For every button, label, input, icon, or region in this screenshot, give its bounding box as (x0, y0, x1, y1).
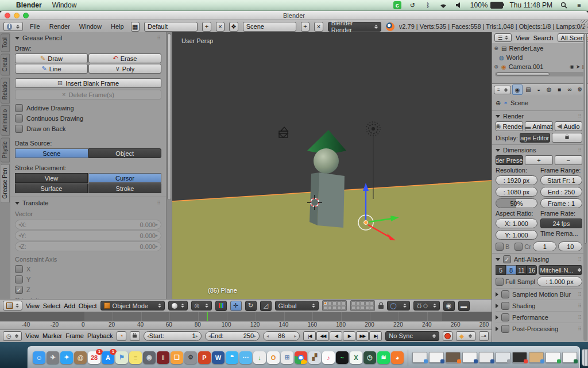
properties-tab[interactable]: ◍ (544, 85, 554, 94)
dock-app-icon[interactable]: ✈ (47, 351, 59, 364)
vector-field[interactable]: ◂Z:0.000▸ (15, 241, 161, 251)
aa-sample-option[interactable]: 5 (496, 265, 506, 275)
dock-app-icon[interactable]: ≋ (377, 351, 390, 364)
preview-range-button[interactable]: ◔ (117, 331, 127, 341)
wifi-icon[interactable] (439, 2, 448, 9)
properties-tab[interactable]: ∞ (565, 85, 574, 94)
dock-app-icon[interactable]: A1 (102, 351, 114, 364)
layers-grid-2[interactable] (350, 300, 375, 311)
checkbox[interactable] (15, 104, 23, 112)
axis-checkbox[interactable] (15, 265, 23, 273)
vector-field[interactable]: ◂X:0.000▸ (15, 220, 161, 229)
timeline-marker-menu[interactable]: Marker (42, 332, 62, 339)
current-frame-field[interactable]: ◂86▸ (263, 331, 300, 341)
rotate-manipulator-button[interactable]: ↻ (245, 301, 257, 311)
minimized-window-thumbnail[interactable] (479, 352, 494, 363)
minimized-window-thumbnail[interactable] (562, 352, 577, 363)
poly-button[interactable]: ∨Poly (88, 64, 161, 74)
green-app-menu-icon[interactable]: c (393, 1, 401, 9)
scene-browse-icon[interactable]: ❖ (229, 22, 238, 32)
end-frame-field[interactable]: ◂End:250▸ (205, 331, 260, 341)
aa-sample-option[interactable]: 8 (506, 265, 516, 275)
minimized-window-thumbnail[interactable] (462, 352, 477, 363)
border-checkbox[interactable] (496, 243, 504, 251)
panel-checkbox[interactable] (501, 313, 509, 321)
app-menu[interactable]: Blender (16, 1, 42, 9)
panel-drag-dots[interactable]: ⠿ (157, 35, 161, 41)
notification-center-icon[interactable]: ≡ (575, 2, 583, 9)
dock-app-icon[interactable]: ≡ (129, 351, 142, 364)
erase-button[interactable]: ↶Erase (88, 53, 161, 63)
tool-shelf-tab[interactable]: Creat (1, 53, 10, 75)
viewport-shading-dropdown[interactable] (168, 301, 188, 310)
render-presets-dropdown[interactable]: Render Presets (496, 155, 523, 165)
stroke-placement-option[interactable]: Cursor (88, 173, 161, 183)
scene-selector[interactable]: Scene (243, 22, 296, 32)
dock-app-icon[interactable]: ⋯ (239, 351, 252, 364)
snap-dropdown[interactable]: Ω◇ (413, 301, 440, 310)
visibility-eye-icon[interactable]: ◉ (570, 64, 574, 70)
tool-shelf-tab[interactable]: Grease Pen (1, 164, 10, 202)
pivot-center-dropdown[interactable]: ◎ (191, 301, 212, 310)
pin-icon[interactable]: ⊕ (496, 99, 501, 107)
axis-checkbox[interactable] (15, 275, 23, 283)
checkbox[interactable] (15, 125, 23, 133)
outliner-editor-type-dropdown[interactable]: ☰ (494, 33, 512, 42)
time-machine-icon[interactable]: ↺ (408, 2, 417, 9)
dock-app-icon[interactable]: @ (74, 351, 87, 364)
antialiasing-checkbox[interactable] (503, 255, 511, 263)
tool-shelf-tab[interactable]: Tool (1, 33, 10, 52)
dock-app-icon[interactable]: ⚙ (184, 351, 197, 364)
render-audio-button[interactable]: ◀Audio (555, 121, 582, 131)
end-frame-field-props[interactable]: End : 250 (540, 187, 582, 197)
dock-app-icon[interactable]: ↓ (253, 351, 266, 364)
aa-sample-option[interactable]: 11 (516, 265, 527, 275)
window-menu[interactable]: Window (52, 1, 77, 9)
expand-icon[interactable]: ⊕ (493, 45, 499, 51)
help-menu[interactable]: Help (109, 23, 126, 30)
collapsed-panel-header[interactable]: Sampled Motion Blur ⠿ (496, 288, 582, 300)
full-sample-checkbox[interactable] (496, 278, 504, 286)
layers-grid-1[interactable] (322, 300, 347, 311)
render-animation-button[interactable]: ▬Animati (525, 121, 552, 131)
dock-app-icon[interactable]: ♪ (322, 351, 335, 364)
dimensions-panel-header[interactable]: Dimensions⠿ (496, 147, 582, 154)
panel-drag-dots[interactable]: ⠿ (157, 200, 161, 206)
checkbox[interactable] (15, 114, 23, 122)
minimized-window-thumbnail[interactable] (496, 352, 510, 363)
render-menu[interactable]: Render (47, 23, 72, 30)
render-button[interactable]: ◉Render (496, 121, 523, 131)
vector-field[interactable]: ◂Y:0.000▸ (15, 231, 161, 240)
manipulator-toggle[interactable] (215, 301, 227, 311)
opengl-render-anim-button[interactable]: ▬ (458, 301, 470, 311)
dock-app-icon[interactable]: ‖ (157, 351, 169, 364)
outliner-item-renderlayer[interactable]: ⊕ ▤ RenderLaye (493, 44, 587, 53)
resolution-x-field[interactable]: : 1920 px (496, 175, 537, 185)
selectable-arrow-icon[interactable]: ➤ (576, 64, 581, 70)
minimized-window-thumbnail[interactable] (529, 352, 544, 363)
auto-keyframe-button[interactable] (443, 331, 453, 341)
properties-editor-type-dropdown[interactable]: ≡ (494, 86, 511, 94)
panel-checkbox[interactable] (501, 325, 509, 333)
dock-app-icon[interactable]: ◉ (143, 351, 156, 364)
dock-app-icon[interactable]: ◉ (295, 351, 307, 364)
stroke-placement-option[interactable]: Stroke (88, 183, 161, 193)
timeline-playback-menu[interactable]: Playback (87, 332, 113, 339)
transform-orientation-dropdown[interactable]: Global (275, 301, 319, 310)
collapsed-panel-header[interactable]: Shading ⠿ (496, 300, 582, 311)
mode-dropdown[interactable]: Object Mode (100, 301, 165, 310)
minimized-window-thumbnail[interactable] (546, 352, 560, 363)
render-engine-selector[interactable]: Blender Render (328, 22, 381, 32)
stroke-placement-option[interactable]: Surface (15, 183, 88, 193)
volume-icon[interactable] (455, 2, 463, 9)
outliner-horizontal-scrollbar[interactable] (495, 72, 585, 76)
box-object[interactable] (318, 172, 345, 228)
stroke-placement-option[interactable]: View (15, 173, 88, 183)
viewport-view-menu[interactable]: View (26, 302, 40, 309)
outliner-item-camera[interactable]: ⊕ ◉ Camera.001 ◉ ➤ ▣ (493, 62, 587, 71)
dock-app-icon[interactable]: W (212, 351, 225, 364)
timeline-track[interactable] (0, 312, 492, 321)
resolution-percentage-slider[interactable]: 50% (496, 198, 537, 208)
minimized-window-thumbnail[interactable] (412, 352, 427, 363)
minimized-window-thumbnail[interactable] (512, 352, 527, 363)
